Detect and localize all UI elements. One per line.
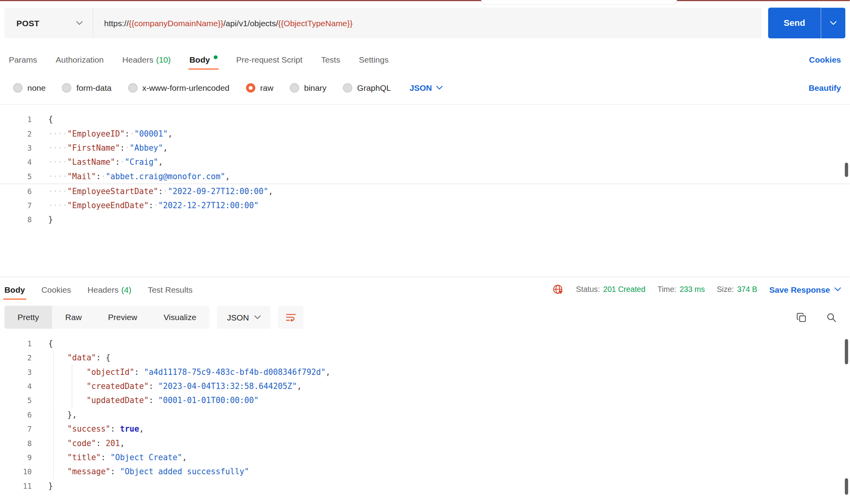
- response-tabs: Body Cookies Headers(4) Test Results Sta…: [0, 277, 850, 301]
- time-value: 233 ms: [680, 285, 705, 293]
- code-line-6: 6 },: [0, 408, 850, 422]
- chevron-down-icon: [254, 315, 261, 319]
- body-mode-raw[interactable]: raw: [246, 83, 273, 92]
- tab-params[interactable]: Params: [9, 54, 37, 64]
- url-input[interactable]: https://{{companyDomainName}}/api/v1/obj…: [93, 8, 762, 38]
- raw-language-select[interactable]: JSON: [410, 83, 443, 92]
- response-view-switch: Pretty Raw Preview Visualize: [4, 306, 209, 329]
- code-line-3[interactable]: 3····"FirstName":·"Abbey",: [0, 141, 850, 155]
- response-view-toolbar: Pretty Raw Preview Visualize JSON: [4, 306, 845, 329]
- chevron-down-icon: [436, 85, 443, 90]
- line-number: 11: [0, 479, 32, 493]
- wrap-lines-button[interactable]: [279, 306, 304, 329]
- line-number: 10: [0, 464, 32, 479]
- scrollbar-thumb[interactable]: [845, 339, 848, 364]
- line-number: 8: [0, 436, 32, 450]
- response-tab-headers[interactable]: Headers(4): [88, 284, 131, 294]
- tab-headers[interactable]: Headers(10): [122, 54, 171, 64]
- body-mode-binary[interactable]: binary: [290, 83, 327, 92]
- time-indicator: Time: 233 ms: [657, 285, 705, 293]
- request-body-editor[interactable]: 1{2····"EmployeeID":·"00001",3····"First…: [0, 104, 850, 277]
- method-select[interactable]: POST: [4, 8, 93, 38]
- size-value: 374 B: [737, 285, 757, 293]
- line-number: 4: [0, 155, 32, 169]
- postman-window: POST https://{{companyDomainName}}/api/v…: [0, 0, 850, 504]
- line-number: 6: [0, 408, 32, 422]
- url-bar: POST https://{{companyDomainName}}/api/v…: [4, 8, 845, 38]
- top-divider: [0, 0, 850, 1]
- copy-icon[interactable]: [796, 312, 807, 322]
- send-options-button[interactable]: [821, 8, 845, 38]
- code-line-1[interactable]: 1{: [0, 112, 850, 126]
- method-label: POST: [16, 18, 40, 28]
- code-line-1: 1{: [0, 337, 850, 351]
- indent-guide: [72, 365, 72, 407]
- cookies-link[interactable]: Cookies: [809, 54, 841, 64]
- tab-settings[interactable]: Settings: [359, 54, 389, 64]
- scrollbar-thumb[interactable]: [845, 478, 848, 495]
- tab-body[interactable]: Body: [189, 54, 218, 64]
- network-status-icon[interactable]: [552, 283, 564, 295]
- response-tab-cookies[interactable]: Cookies: [41, 284, 71, 294]
- size-indicator: Size: 374 B: [717, 285, 757, 293]
- response-pane: Body Cookies Headers(4) Test Results Sta…: [0, 277, 850, 504]
- headers-count-badge: (10): [156, 54, 171, 64]
- body-mode-graphql[interactable]: GraphQL: [343, 83, 391, 92]
- code-line-2[interactable]: 2····"EmployeeID":·"00001",: [0, 126, 850, 140]
- search-icon[interactable]: [826, 312, 837, 322]
- code-line-4[interactable]: 4····"LastName":·"Craig",: [0, 155, 850, 169]
- radio-icon: [62, 83, 72, 92]
- url-variable: {{ObjectTypeName}}: [278, 18, 353, 28]
- body-present-dot-icon: [214, 55, 218, 59]
- body-mode-none[interactable]: none: [13, 83, 46, 92]
- status-indicator: Status: 201 Created: [576, 285, 645, 293]
- code-line-7[interactable]: 7····"EmployeeEndDate":·"2022-12-27T12:0…: [0, 198, 850, 212]
- send-button-group: Send: [768, 8, 845, 38]
- view-tab-visualize[interactable]: Visualize: [150, 306, 209, 329]
- response-tab-body[interactable]: Body: [4, 284, 25, 294]
- code-line-7: 7 "success": true,: [0, 422, 850, 436]
- radio-icon: [343, 83, 352, 92]
- save-response-button[interactable]: Save Response: [769, 284, 841, 294]
- radio-icon: [128, 83, 137, 92]
- response-body-viewer: 1{2 "data": {3 "objectId": "a4d11178-75c…: [0, 337, 850, 493]
- code-line-6[interactable]: 6····"EmployeeStartDate":·"2022-09-27T12…: [0, 184, 850, 198]
- code-line-5[interactable]: 5····"Mail":·"abbet.craig@monofor.com",: [0, 169, 850, 184]
- scrollbar-thumb[interactable]: [845, 163, 848, 177]
- line-number: 4: [0, 379, 32, 393]
- url-segment: /api/v1/objects/: [223, 18, 278, 28]
- response-meta: Status: 201 Created Time: 233 ms Size: 3…: [552, 283, 841, 295]
- tab-authorization[interactable]: Authorization: [56, 54, 104, 64]
- radio-icon: [13, 83, 23, 92]
- code-line-4: 4 "createdDate": "2023-04-04T13:32:58.64…: [0, 379, 850, 393]
- response-language-select[interactable]: JSON: [217, 306, 271, 329]
- tab-pre-request-script[interactable]: Pre-request Script: [236, 54, 303, 64]
- response-headers-count-badge: (4): [121, 284, 131, 294]
- line-number: 9: [0, 450, 32, 464]
- send-button[interactable]: Send: [768, 8, 821, 38]
- body-mode-x-www-form-urlencoded[interactable]: x-www-form-urlencoded: [128, 83, 229, 92]
- line-number: 6: [0, 184, 32, 198]
- view-tab-preview[interactable]: Preview: [95, 306, 150, 329]
- code-line-11: 11}: [0, 479, 850, 493]
- code-line-10: 10 "message": "Object added successfully…: [0, 464, 850, 479]
- code-line-9: 9 "title": "Object Create",: [0, 450, 850, 464]
- chevron-down-icon: [834, 287, 841, 292]
- indent-guide: [53, 351, 54, 479]
- view-tab-raw[interactable]: Raw: [52, 306, 95, 329]
- body-mode-form-data[interactable]: form-data: [62, 83, 112, 92]
- line-number: 2: [0, 126, 32, 140]
- response-tab-test-results[interactable]: Test Results: [148, 284, 193, 294]
- top-notch: [481, 0, 677, 5]
- line-number: 3: [0, 365, 32, 379]
- line-number: 1: [0, 112, 32, 126]
- chevron-down-icon: [76, 21, 83, 25]
- line-number: 8: [0, 212, 32, 227]
- code-line-8[interactable]: 8}: [0, 212, 850, 227]
- view-tab-pretty[interactable]: Pretty: [4, 306, 52, 329]
- code-line-5: 5 "updatedDate": "0001-01-01T00:00:00": [0, 393, 850, 407]
- line-number: 1: [0, 337, 32, 351]
- beautify-link[interactable]: Beautify: [809, 83, 841, 92]
- tab-tests[interactable]: Tests: [321, 54, 340, 64]
- line-number: 2: [0, 351, 32, 365]
